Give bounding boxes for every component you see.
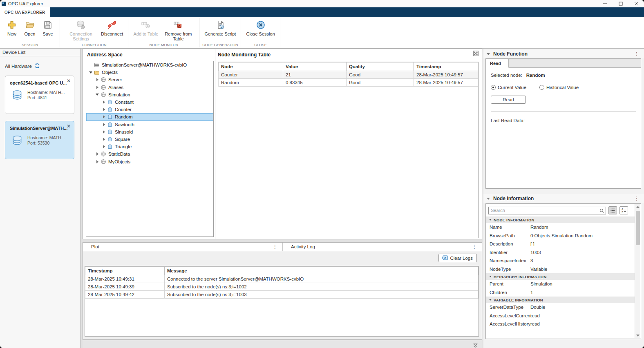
node-information-menu-icon[interactable]: ⋮ bbox=[634, 196, 639, 201]
scrollbar-thumb[interactable] bbox=[636, 211, 640, 245]
cell: 28-Mar-2025 10:49:57 bbox=[414, 79, 479, 87]
current-value-radio[interactable] bbox=[491, 85, 496, 90]
column-header-message[interactable]: Message bbox=[165, 267, 479, 275]
cell: Random bbox=[219, 79, 283, 87]
section-header-variable-information[interactable]: VARIABLE INFORMATION bbox=[486, 297, 635, 303]
generate-script-button[interactable]: Generate Script bbox=[204, 19, 236, 36]
column-header-node[interactable]: Node bbox=[219, 62, 283, 71]
group-view-button[interactable] bbox=[608, 206, 617, 214]
caret-collapsed-icon[interactable] bbox=[101, 108, 106, 111]
add-to-table-button[interactable]: Add to Table bbox=[133, 19, 158, 36]
selected-node-label: Selected node: bbox=[491, 73, 522, 78]
caret-collapsed-icon[interactable] bbox=[101, 138, 106, 141]
property-name: Children bbox=[486, 290, 530, 295]
device-card-simulationserver-math[interactable]: SimulationServer@MATH...✕Hostname: MATH.… bbox=[5, 121, 74, 159]
clear-logs-button[interactable]: Clear Logs bbox=[438, 254, 477, 262]
tree-item-sawtooth[interactable]: Sawtooth bbox=[86, 121, 213, 128]
device-card-open62541-based-opc-u[interactable]: open62541-based OPC U...✕Hostname: MATH.… bbox=[5, 76, 74, 114]
close-session-button[interactable]: Close Session bbox=[246, 19, 275, 36]
activity-log-menu-icon[interactable]: ⋮ bbox=[472, 244, 477, 250]
caret-collapsed-icon[interactable] bbox=[95, 86, 100, 89]
scroll-down-icon[interactable] bbox=[635, 333, 641, 338]
tree-item-myobjects[interactable]: MyObjects bbox=[86, 158, 213, 165]
property-value: [ ] bbox=[530, 241, 534, 246]
group-label-session: SESSION bbox=[0, 43, 60, 48]
tree-item-random[interactable]: Random bbox=[86, 113, 213, 120]
tree-item-constant[interactable]: Constant bbox=[86, 98, 213, 106]
collapse-node-information-icon[interactable] bbox=[487, 198, 490, 200]
node-function-menu-icon[interactable]: ⋮ bbox=[634, 51, 639, 57]
disconnect-button[interactable]: Disconnect bbox=[101, 19, 123, 36]
tree-item-simulationserver-mathworks-cvbio[interactable]: SimulationServer@MATHWORKS-cvbIO bbox=[86, 61, 213, 69]
plot-menu-icon[interactable]: ⋮ bbox=[273, 244, 277, 250]
log-table-row[interactable]: 28-Mar-2025 10:49:31Connected to the ser… bbox=[85, 275, 479, 283]
tab-plot[interactable]: Plot ⋮ bbox=[83, 243, 282, 251]
device-hostname: Hostname: MATH... bbox=[27, 90, 65, 95]
tree-item-objects[interactable]: Objects bbox=[86, 69, 213, 76]
new-button[interactable]: New bbox=[5, 19, 19, 36]
open-button[interactable]: Open bbox=[23, 19, 37, 36]
column-header-timestamp[interactable]: Timestamp bbox=[414, 62, 479, 71]
cell: Good bbox=[347, 71, 414, 79]
collapse-panel-icon[interactable] bbox=[473, 342, 478, 348]
tree-item-aliases[interactable]: Aliases bbox=[86, 84, 213, 91]
monitor-table-row[interactable]: Random0.83345Good28-Mar-2025 10:49:57 bbox=[219, 79, 479, 87]
sort-button[interactable]: AZ bbox=[619, 206, 628, 214]
column-header-timestamp[interactable]: Timestamp bbox=[85, 267, 165, 275]
section-header-heirarchy-information[interactable]: HEIRARCHY INFORMATION bbox=[486, 273, 635, 280]
scroll-up-icon[interactable] bbox=[635, 204, 641, 210]
refresh-icon[interactable] bbox=[34, 63, 40, 69]
log-table-row[interactable]: 28-Mar-2025 10:49:39Subscribed to the no… bbox=[85, 283, 479, 291]
section-title: NODE INFORMATION bbox=[494, 218, 534, 222]
cell: 28-Mar-2025 10:49:39 bbox=[85, 283, 165, 291]
read-button[interactable]: Read bbox=[491, 96, 526, 104]
window-title: OPC UA Explorer bbox=[8, 1, 43, 6]
historical-value-radio[interactable] bbox=[539, 85, 544, 90]
tree-item-simulation[interactable]: Simulation bbox=[86, 91, 213, 98]
tree-item-triangle[interactable]: Triangle bbox=[86, 143, 213, 150]
tree-item-server[interactable]: Server bbox=[86, 76, 213, 83]
column-header-quality[interactable]: Quality bbox=[347, 62, 414, 71]
caret-expanded-icon[interactable] bbox=[88, 71, 93, 74]
caret-collapsed-icon[interactable] bbox=[101, 115, 106, 118]
close-device-icon[interactable]: ✕ bbox=[66, 124, 71, 129]
caret-expanded-icon[interactable] bbox=[95, 94, 100, 96]
close-device-icon[interactable]: ✕ bbox=[66, 79, 71, 84]
tab-activity-log[interactable]: Activity Log ⋮ bbox=[282, 243, 482, 251]
close-button[interactable] bbox=[628, 0, 644, 7]
caret-collapsed-icon[interactable] bbox=[101, 100, 106, 104]
property-name: NamespaceIndex bbox=[486, 258, 530, 263]
minimize-button[interactable] bbox=[597, 0, 613, 7]
section-header-node-information[interactable]: NODE INFORMATION bbox=[486, 216, 635, 223]
save-button[interactable]: Save bbox=[41, 19, 55, 36]
column-header-value[interactable]: Value bbox=[283, 62, 347, 71]
caret-collapsed-icon[interactable] bbox=[101, 130, 106, 134]
remove-from-table-button[interactable]: Remove from Table bbox=[162, 19, 194, 41]
caret-collapsed-icon[interactable] bbox=[101, 145, 106, 148]
tree-item-counter[interactable]: Counter bbox=[86, 106, 213, 113]
property-name: ServerDataType bbox=[486, 305, 530, 310]
connection-settings-button[interactable]: Connection Settings bbox=[65, 19, 97, 41]
node-information-header[interactable]: Node Information ⋮ bbox=[483, 194, 644, 203]
tab-read[interactable]: Read bbox=[486, 59, 509, 68]
scrollbar[interactable] bbox=[635, 204, 640, 338]
log-table-row[interactable]: 28-Mar-2025 10:49:42Subscribed to the no… bbox=[85, 291, 479, 299]
caret-collapsed-icon[interactable] bbox=[95, 160, 100, 163]
caret-collapsed-icon[interactable] bbox=[95, 78, 100, 81]
maximize-panel-icon[interactable] bbox=[473, 50, 479, 58]
panel-divider[interactable] bbox=[215, 49, 215, 239]
collapse-node-function-icon[interactable] bbox=[487, 53, 490, 55]
search-input[interactable] bbox=[488, 207, 606, 214]
caret-collapsed-icon[interactable] bbox=[101, 123, 106, 126]
device-name: open62541-based OPC U... bbox=[5, 76, 74, 85]
tree-item-square[interactable]: Square bbox=[86, 136, 213, 143]
node-function-header[interactable]: Node Function ⋮ bbox=[483, 49, 644, 58]
tree-item-sinusoid[interactable]: Sinusoid bbox=[86, 128, 213, 136]
tab-opc-ua-explorer[interactable]: OPC UA EXPLORER bbox=[0, 7, 50, 17]
tree-item-label: Counter bbox=[115, 107, 132, 112]
caret-collapsed-icon[interactable] bbox=[95, 152, 100, 156]
maximize-button[interactable] bbox=[613, 0, 628, 7]
tree-item-staticdata[interactable]: StaticData bbox=[86, 150, 213, 158]
monitor-table-row[interactable]: Counter21Good28-Mar-2025 10:49:57 bbox=[219, 71, 479, 79]
disconnect-icon bbox=[107, 19, 117, 30]
